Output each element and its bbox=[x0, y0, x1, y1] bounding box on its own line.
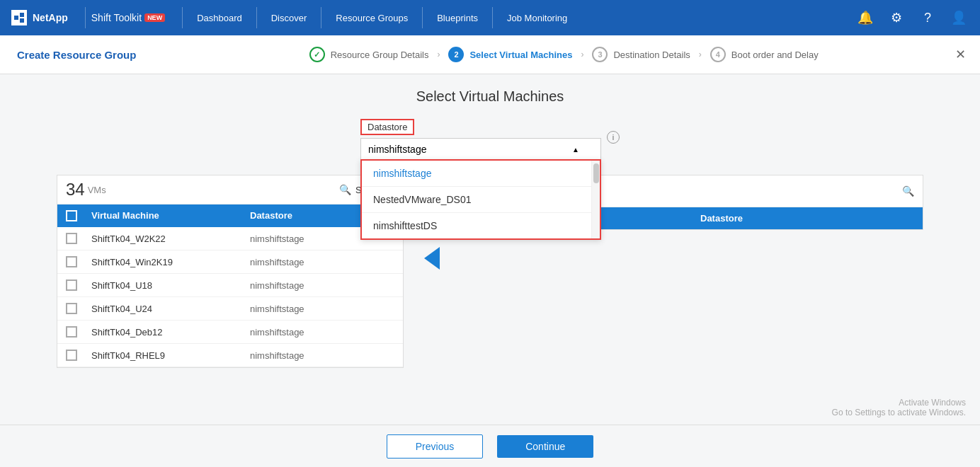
svg-rect-1 bbox=[20, 13, 24, 17]
row-checkbox-cell bbox=[57, 297, 86, 320]
datastore-field-wrapper: Datastore nimshiftstage ▲ nimshiftstage … bbox=[360, 119, 601, 161]
step-1-label: Resource Group Details bbox=[331, 50, 429, 60]
windows-watermark: Activate Windows Go to Settings to activ… bbox=[832, 398, 966, 417]
toolkit-name: Shift Toolkit bbox=[91, 12, 142, 23]
vm-label: VMs bbox=[88, 185, 106, 195]
datastore-selector-area: Datastore nimshiftstage ▲ nimshiftstage … bbox=[360, 119, 620, 161]
datastore-dropdown-menu: nimshiftstage NestedVMware_DS01 nimshift… bbox=[360, 159, 601, 240]
table-row: ShiftTk04_Deb12 nimshiftstage bbox=[57, 321, 403, 344]
row-checkbox[interactable] bbox=[66, 279, 77, 291]
th-virtual-machine: Virtual Machine bbox=[86, 204, 244, 227]
dropdown-option-nimshiftstage[interactable]: nimshiftstage bbox=[362, 161, 591, 186]
row-checkbox-cell bbox=[57, 274, 86, 296]
row-vm-name: ShiftTk04_U18 bbox=[86, 275, 244, 296]
nav-right-icons: 🔔 ⚙ ? 👤 bbox=[855, 8, 969, 28]
dropdown-options-list: nimshiftstage NestedVMware_DS01 nimshift… bbox=[362, 161, 591, 238]
step-4-circle: 4 bbox=[710, 47, 726, 62]
step-3-circle: 3 bbox=[592, 47, 608, 62]
nav-resource-groups[interactable]: Resource Groups bbox=[327, 13, 416, 23]
nav-divider-4 bbox=[321, 7, 321, 28]
step-3-label: Destination Details bbox=[613, 50, 690, 60]
row-vm-name: ShiftTk04_Win2K19 bbox=[86, 251, 244, 273]
nav-discover[interactable]: Discover bbox=[263, 13, 316, 23]
user-icon[interactable]: 👤 bbox=[949, 8, 969, 28]
nav-blueprints[interactable]: Blueprints bbox=[428, 13, 486, 23]
nav-divider-6 bbox=[492, 7, 493, 28]
step-boot-order: 4 Boot order and Delay bbox=[696, 47, 833, 62]
settings-icon[interactable]: ⚙ bbox=[887, 8, 906, 28]
main-content: Select Virtual Machines Datastore nimshi… bbox=[0, 74, 980, 467]
row-checkbox[interactable] bbox=[66, 350, 77, 361]
datastore-label: Datastore bbox=[360, 119, 414, 135]
row-ds-name: nimshiftstage bbox=[244, 345, 403, 367]
nav-divider-5 bbox=[422, 7, 423, 28]
info-icon: i bbox=[607, 131, 620, 144]
step-destination-details: 3 Destination Details bbox=[578, 47, 704, 62]
brand-logo: NetApp bbox=[11, 10, 68, 25]
row-vm-name: ShiftTk04_W2K22 bbox=[86, 228, 244, 250]
th-checkbox-cell bbox=[57, 204, 86, 227]
right-search-icon[interactable]: 🔍 bbox=[902, 185, 914, 197]
step-4-label: Boot order and Delay bbox=[731, 50, 819, 60]
nav-divider-3 bbox=[256, 7, 257, 28]
row-vm-name: ShiftTk04_RHEL9 bbox=[86, 345, 244, 367]
row-ds-name: nimshiftstage bbox=[244, 321, 403, 343]
step-1-circle: ✓ bbox=[309, 47, 325, 62]
dropdown-option-nestedvmware[interactable]: NestedVMware_DS01 bbox=[362, 186, 591, 212]
bottom-action-bar: Previous Continue bbox=[0, 425, 980, 467]
right-th-ds: Datastore bbox=[695, 207, 923, 229]
table-row: ShiftTk04_Win2K19 nimshiftstage bbox=[57, 250, 403, 274]
row-checkbox-cell bbox=[57, 227, 86, 250]
row-vm-name: ShiftTk04_Deb12 bbox=[86, 321, 244, 343]
top-navigation: NetApp Shift Toolkit NEW Dashboard Disco… bbox=[0, 0, 980, 35]
move-left-arrow[interactable] bbox=[424, 247, 440, 270]
watermark-line1: Activate Windows bbox=[832, 398, 966, 408]
sub-navigation: Create Resource Group ✓ Resource Group D… bbox=[0, 35, 980, 74]
datastore-selected-value: nimshiftstage bbox=[368, 144, 426, 155]
dropdown-scrollbar bbox=[591, 161, 600, 238]
continue-button[interactable]: Continue bbox=[497, 435, 593, 458]
select-vms-title: Select Virtual Machines bbox=[416, 88, 564, 105]
search-magnifier-icon: 🔍 bbox=[339, 184, 351, 195]
row-vm-name: ShiftTk04_U24 bbox=[86, 298, 244, 320]
datastore-dropdown-trigger[interactable]: nimshiftstage ▲ bbox=[360, 138, 601, 161]
nav-dashboard[interactable]: Dashboard bbox=[188, 13, 251, 23]
dropdown-option-nimshifttestds[interactable]: nimshifttestDS bbox=[362, 212, 591, 238]
step-2-label: Select Virtual Machines bbox=[469, 50, 572, 60]
row-checkbox-cell bbox=[57, 250, 86, 273]
dropdown-arrow-up-icon: ▲ bbox=[572, 146, 579, 154]
step-2-circle: 2 bbox=[448, 47, 464, 62]
table-row: ShiftTk04_RHEL9 nimshiftstage bbox=[57, 344, 403, 367]
step-resource-group-details: ✓ Resource Group Details bbox=[295, 47, 443, 62]
nav-job-monitoring[interactable]: Job Monitoring bbox=[498, 13, 576, 23]
row-checkbox[interactable] bbox=[66, 256, 77, 267]
table-row: ShiftTk04_U24 nimshiftstage bbox=[57, 297, 403, 321]
watermark-line2: Go to Settings to activate Windows. bbox=[832, 408, 966, 417]
row-checkbox-cell bbox=[57, 344, 86, 367]
row-checkbox[interactable] bbox=[66, 233, 77, 244]
nav-divider-1 bbox=[85, 7, 86, 28]
header-checkbox[interactable] bbox=[66, 210, 77, 221]
brand-name: NetApp bbox=[33, 12, 68, 23]
nav-divider-2 bbox=[182, 7, 183, 28]
source-vm-table: 34 VMs 🔍 ShiftTk04 Virtual Machine Datas… bbox=[57, 175, 404, 368]
row-checkbox[interactable] bbox=[66, 303, 77, 314]
table-row: ShiftTk04_W2K22 nimshiftstage bbox=[57, 227, 403, 250]
notification-icon[interactable]: 🔔 bbox=[855, 8, 875, 28]
close-icon[interactable]: ✕ bbox=[955, 47, 966, 62]
previous-button[interactable]: Previous bbox=[387, 434, 483, 459]
table-header-bar: 34 VMs 🔍 ShiftTk04 bbox=[57, 175, 403, 204]
svg-rect-0 bbox=[14, 16, 18, 20]
row-ds-name: nimshiftstage bbox=[244, 298, 403, 320]
page-title: Create Resource Group bbox=[17, 49, 136, 61]
svg-rect-2 bbox=[20, 18, 24, 23]
help-icon[interactable]: ? bbox=[918, 8, 938, 28]
row-checkbox[interactable] bbox=[66, 326, 77, 338]
row-ds-name: nimshiftstage bbox=[244, 275, 403, 296]
step-select-vms: 2 Select Virtual Machines bbox=[434, 47, 586, 62]
row-ds-name: nimshiftstage bbox=[244, 251, 403, 273]
table-row: ShiftTk04_U18 nimshiftstage bbox=[57, 274, 403, 297]
netapp-logo bbox=[11, 10, 27, 25]
table-header-row: Virtual Machine Datastore bbox=[57, 204, 403, 227]
steps-container: ✓ Resource Group Details › 2 Select Virt… bbox=[164, 47, 963, 62]
